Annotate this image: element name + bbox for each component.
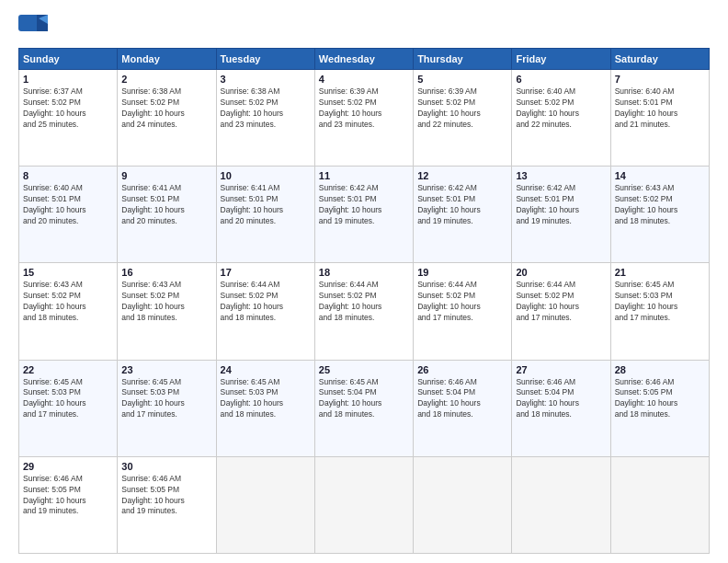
calendar-cell: 29Sunrise: 6:46 AMSunset: 5:05 PMDayligh…	[19, 456, 118, 553]
day-info: Sunrise: 6:37 AMSunset: 5:02 PMDaylight:…	[23, 86, 113, 131]
calendar-cell: 25Sunrise: 6:45 AMSunset: 5:04 PMDayligh…	[314, 360, 413, 456]
day-number: 12	[417, 170, 507, 181]
page: SundayMondayTuesdayWednesdayThursdayFrid…	[0, 0, 728, 563]
day-info: Sunrise: 6:46 AMSunset: 5:05 PMDaylight:…	[23, 474, 113, 518]
calendar-cell: 14Sunrise: 6:43 AMSunset: 5:02 PMDayligh…	[610, 167, 709, 263]
day-number: 18	[319, 267, 409, 278]
day-number: 27	[516, 364, 606, 375]
calendar-cell: 17Sunrise: 6:44 AMSunset: 5:02 PMDayligh…	[216, 263, 314, 360]
calendar-cell: 6Sunrise: 6:40 AMSunset: 5:02 PMDaylight…	[512, 70, 610, 167]
day-number: 3	[221, 74, 311, 85]
col-header-friday: Friday	[512, 49, 610, 70]
day-info: Sunrise: 6:42 AMSunset: 5:01 PMDaylight:…	[319, 183, 409, 227]
calendar-cell: 15Sunrise: 6:43 AMSunset: 5:02 PMDayligh…	[19, 263, 118, 360]
day-number: 15	[23, 267, 113, 278]
col-header-saturday: Saturday	[610, 49, 709, 70]
day-info: Sunrise: 6:42 AMSunset: 5:01 PMDaylight:…	[516, 183, 606, 227]
day-info: Sunrise: 6:39 AMSunset: 5:02 PMDaylight:…	[417, 86, 507, 131]
logo	[18, 15, 51, 40]
calendar-cell: 2Sunrise: 6:38 AMSunset: 5:02 PMDaylight…	[118, 70, 216, 167]
calendar-cell: 7Sunrise: 6:40 AMSunset: 5:01 PMDaylight…	[610, 70, 709, 167]
col-header-wednesday: Wednesday	[314, 49, 413, 70]
calendar-cell: 27Sunrise: 6:46 AMSunset: 5:04 PMDayligh…	[512, 360, 610, 456]
day-info: Sunrise: 6:45 AMSunset: 5:04 PMDaylight:…	[319, 377, 409, 421]
day-info: Sunrise: 6:46 AMSunset: 5:05 PMDaylight:…	[121, 474, 211, 518]
day-info: Sunrise: 6:39 AMSunset: 5:02 PMDaylight:…	[319, 86, 409, 131]
day-number: 16	[121, 267, 211, 278]
calendar-cell: 28Sunrise: 6:46 AMSunset: 5:05 PMDayligh…	[610, 360, 709, 456]
day-number: 1	[23, 74, 113, 85]
day-info: Sunrise: 6:40 AMSunset: 5:02 PMDaylight:…	[516, 86, 606, 131]
calendar-cell: 24Sunrise: 6:45 AMSunset: 5:03 PMDayligh…	[216, 360, 314, 456]
day-info: Sunrise: 6:45 AMSunset: 5:03 PMDaylight:…	[23, 377, 113, 421]
calendar-cell: 8Sunrise: 6:40 AMSunset: 5:01 PMDaylight…	[19, 167, 118, 263]
calendar-cell	[216, 456, 314, 553]
day-info: Sunrise: 6:43 AMSunset: 5:02 PMDaylight:…	[23, 280, 113, 324]
header	[18, 15, 710, 40]
day-number: 22	[23, 364, 113, 375]
calendar-cell: 30Sunrise: 6:46 AMSunset: 5:05 PMDayligh…	[118, 456, 216, 553]
day-info: Sunrise: 6:43 AMSunset: 5:02 PMDaylight:…	[121, 280, 211, 324]
calendar-cell: 23Sunrise: 6:45 AMSunset: 5:03 PMDayligh…	[118, 360, 216, 456]
day-info: Sunrise: 6:46 AMSunset: 5:04 PMDaylight:…	[417, 377, 507, 421]
day-number: 23	[121, 364, 211, 375]
col-header-thursday: Thursday	[414, 49, 512, 70]
logo-icon	[18, 15, 48, 40]
calendar-cell: 26Sunrise: 6:46 AMSunset: 5:04 PMDayligh…	[414, 360, 512, 456]
calendar-cell: 4Sunrise: 6:39 AMSunset: 5:02 PMDaylight…	[314, 70, 413, 167]
calendar-cell	[314, 456, 413, 553]
day-info: Sunrise: 6:44 AMSunset: 5:02 PMDaylight:…	[221, 280, 311, 324]
day-info: Sunrise: 6:40 AMSunset: 5:01 PMDaylight:…	[615, 86, 705, 131]
day-info: Sunrise: 6:44 AMSunset: 5:02 PMDaylight:…	[516, 280, 606, 324]
calendar-cell: 13Sunrise: 6:42 AMSunset: 5:01 PMDayligh…	[512, 167, 610, 263]
day-number: 6	[516, 74, 606, 85]
day-number: 4	[319, 74, 409, 85]
day-number: 25	[319, 364, 409, 375]
day-number: 14	[615, 170, 705, 181]
day-info: Sunrise: 6:38 AMSunset: 5:02 PMDaylight:…	[121, 86, 211, 131]
day-number: 2	[121, 74, 211, 85]
col-header-sunday: Sunday	[19, 49, 118, 70]
calendar-cell	[414, 456, 512, 553]
day-number: 21	[615, 267, 705, 278]
day-info: Sunrise: 6:45 AMSunset: 5:03 PMDaylight:…	[121, 377, 211, 421]
calendar-cell: 20Sunrise: 6:44 AMSunset: 5:02 PMDayligh…	[512, 263, 610, 360]
calendar-cell: 19Sunrise: 6:44 AMSunset: 5:02 PMDayligh…	[414, 263, 512, 360]
calendar-table: SundayMondayTuesdayWednesdayThursdayFrid…	[18, 48, 710, 554]
day-info: Sunrise: 6:46 AMSunset: 5:05 PMDaylight:…	[615, 377, 705, 421]
col-header-tuesday: Tuesday	[216, 49, 314, 70]
calendar-week-3: 15Sunrise: 6:43 AMSunset: 5:02 PMDayligh…	[19, 263, 710, 360]
day-number: 30	[121, 461, 211, 472]
calendar-cell: 12Sunrise: 6:42 AMSunset: 5:01 PMDayligh…	[414, 167, 512, 263]
day-number: 20	[516, 267, 606, 278]
day-info: Sunrise: 6:44 AMSunset: 5:02 PMDaylight:…	[319, 280, 409, 324]
calendar-cell: 22Sunrise: 6:45 AMSunset: 5:03 PMDayligh…	[19, 360, 118, 456]
calendar-cell: 1Sunrise: 6:37 AMSunset: 5:02 PMDaylight…	[19, 70, 118, 167]
calendar-week-5: 29Sunrise: 6:46 AMSunset: 5:05 PMDayligh…	[19, 456, 710, 553]
calendar-header-row: SundayMondayTuesdayWednesdayThursdayFrid…	[19, 49, 710, 70]
day-info: Sunrise: 6:46 AMSunset: 5:04 PMDaylight:…	[516, 377, 606, 421]
day-number: 9	[121, 170, 211, 181]
day-info: Sunrise: 6:43 AMSunset: 5:02 PMDaylight:…	[615, 183, 705, 227]
calendar-cell: 5Sunrise: 6:39 AMSunset: 5:02 PMDaylight…	[414, 70, 512, 167]
day-number: 17	[221, 267, 311, 278]
day-number: 28	[615, 364, 705, 375]
day-number: 11	[319, 170, 409, 181]
day-number: 8	[23, 170, 113, 181]
day-info: Sunrise: 6:44 AMSunset: 5:02 PMDaylight:…	[417, 280, 507, 324]
calendar-cell	[512, 456, 610, 553]
calendar-week-2: 8Sunrise: 6:40 AMSunset: 5:01 PMDaylight…	[19, 167, 710, 263]
col-header-monday: Monday	[118, 49, 216, 70]
day-number: 24	[221, 364, 311, 375]
calendar-cell: 21Sunrise: 6:45 AMSunset: 5:03 PMDayligh…	[610, 263, 709, 360]
day-info: Sunrise: 6:38 AMSunset: 5:02 PMDaylight:…	[221, 86, 311, 131]
day-info: Sunrise: 6:45 AMSunset: 5:03 PMDaylight:…	[615, 280, 705, 324]
calendar-cell	[610, 456, 709, 553]
day-info: Sunrise: 6:45 AMSunset: 5:03 PMDaylight:…	[221, 377, 311, 421]
day-number: 29	[23, 461, 113, 472]
day-number: 13	[516, 170, 606, 181]
calendar-cell: 9Sunrise: 6:41 AMSunset: 5:01 PMDaylight…	[118, 167, 216, 263]
day-info: Sunrise: 6:41 AMSunset: 5:01 PMDaylight:…	[121, 183, 211, 227]
day-number: 10	[221, 170, 311, 181]
calendar-cell: 16Sunrise: 6:43 AMSunset: 5:02 PMDayligh…	[118, 263, 216, 360]
